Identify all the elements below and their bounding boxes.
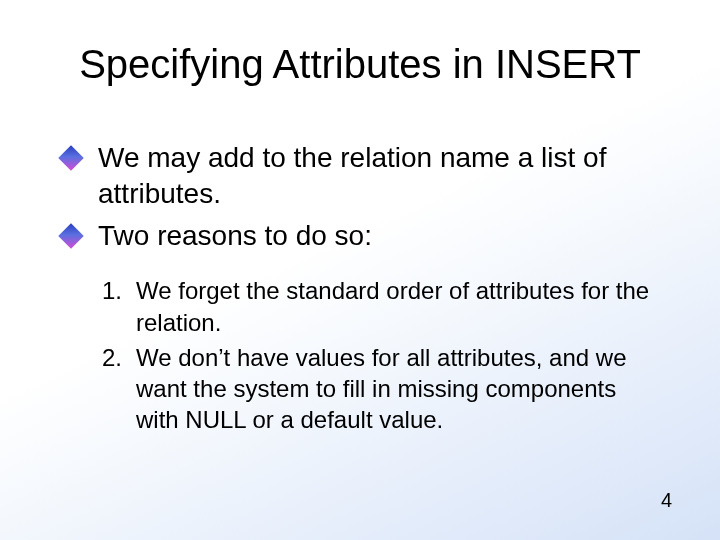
bullet-item: We may add to the relation name a list o…: [62, 140, 662, 212]
numbered-list: 1. We forget the standard order of attri…: [102, 275, 662, 435]
diamond-bullet-icon: [58, 223, 83, 248]
numbered-text: We don’t have values for all attributes,…: [136, 342, 662, 436]
numbered-marker: 1.: [102, 275, 136, 306]
bullet-item: Two reasons to do so:: [62, 218, 662, 254]
bullet-text: Two reasons to do so:: [98, 218, 372, 254]
numbered-item: 1. We forget the standard order of attri…: [102, 275, 662, 337]
bullet-text: We may add to the relation name a list o…: [98, 140, 662, 212]
page-number: 4: [661, 489, 672, 512]
slide-title: Specifying Attributes in INSERT: [0, 42, 720, 87]
numbered-text: We forget the standard order of attribut…: [136, 275, 662, 337]
numbered-marker: 2.: [102, 342, 136, 373]
slide-body: We may add to the relation name a list o…: [62, 140, 662, 439]
slide: Specifying Attributes in INSERT We may a…: [0, 0, 720, 540]
numbered-item: 2. We don’t have values for all attribut…: [102, 342, 662, 436]
diamond-bullet-icon: [58, 145, 83, 170]
